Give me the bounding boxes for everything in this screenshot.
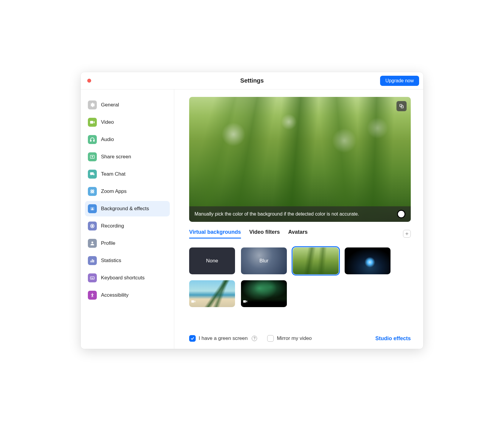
tabs: Virtual backgrounds Video filters Avatar…: [189, 229, 308, 239]
sidebar-item-audio[interactable]: Audio: [85, 132, 170, 147]
green-screen-checkbox[interactable]: [189, 335, 196, 342]
sidebar-item-label: Audio: [101, 137, 114, 143]
tab-avatars[interactable]: Avatars: [288, 229, 307, 239]
svg-rect-0: [90, 140, 91, 142]
gear-icon: [88, 100, 97, 109]
svg-point-11: [91, 242, 93, 243]
sidebar-item-label: Accessibility: [101, 292, 129, 298]
sidebar-item-label: Profile: [101, 240, 115, 246]
accessibility-icon: [88, 291, 97, 300]
svg-point-3: [91, 190, 92, 191]
sidebar-item-label: Background & effects: [101, 206, 149, 212]
help-icon[interactable]: ?: [252, 336, 257, 341]
background-grass[interactable]: [293, 247, 339, 274]
video-badge-icon: [191, 299, 196, 305]
apps-icon: [88, 187, 97, 196]
sidebar-item-label: Zoom Apps: [101, 188, 127, 194]
tab-video-filters[interactable]: Video filters: [249, 229, 280, 239]
svg-point-10: [92, 225, 93, 227]
headphones-icon: [88, 135, 97, 144]
background-earth[interactable]: [345, 247, 391, 274]
sidebar-item-recording[interactable]: Recording: [85, 218, 170, 234]
tab-virtual-backgrounds[interactable]: Virtual backgrounds: [189, 229, 241, 239]
green-screen-option[interactable]: I have a green screen ?: [189, 335, 257, 342]
content: General Video Audio Share screen: [81, 89, 423, 349]
color-picker-button[interactable]: [397, 210, 405, 218]
window-title: Settings: [240, 77, 264, 84]
sidebar-item-accessibility[interactable]: Accessibility: [85, 287, 170, 303]
aurora-trees: [241, 301, 287, 307]
chat-icon: [88, 170, 97, 179]
background-beach[interactable]: [189, 280, 235, 307]
background-aurora[interactable]: [241, 280, 287, 307]
rotate-camera-button[interactable]: [396, 101, 407, 111]
svg-rect-13: [92, 259, 93, 263]
footer-options: I have a green screen ? Mirror my video: [189, 335, 312, 342]
sidebar-item-profile[interactable]: Profile: [85, 236, 170, 251]
mirror-video-label: Mirror my video: [277, 335, 312, 341]
sidebar-item-team-chat[interactable]: Team Chat: [85, 166, 170, 182]
svg-rect-12: [91, 261, 91, 262]
sidebar-item-label: General: [101, 102, 119, 108]
profile-icon: [88, 239, 97, 248]
sidebar-item-label: Keyboard shortcuts: [101, 275, 144, 281]
preview-caption-text: Manually pick the color of the backgroun…: [195, 210, 359, 217]
green-screen-label: I have a green screen: [199, 335, 248, 341]
keyboard-icon: [88, 273, 97, 282]
titlebar: Settings Upgrade now: [81, 72, 423, 89]
svg-rect-14: [93, 260, 94, 262]
mirror-video-option[interactable]: Mirror my video: [267, 335, 312, 342]
svg-rect-1: [94, 140, 94, 142]
video-badge-icon: [243, 299, 248, 305]
sidebar-item-keyboard-shortcuts[interactable]: Keyboard shortcuts: [85, 270, 170, 286]
preview-background: [189, 97, 411, 222]
studio-effects-link[interactable]: Studio effects: [375, 335, 411, 342]
video-preview: Manually pick the color of the backgroun…: [189, 97, 411, 222]
share-screen-icon: [88, 152, 97, 161]
background-none[interactable]: None: [189, 247, 235, 274]
svg-point-4: [93, 190, 94, 191]
sidebar-item-background-effects[interactable]: Background & effects: [85, 201, 170, 216]
sidebar-item-label: Video: [101, 119, 114, 125]
close-window-button[interactable]: [87, 79, 91, 83]
svg-point-8: [92, 208, 93, 209]
sidebar-item-video[interactable]: Video: [85, 114, 170, 130]
record-icon: [88, 222, 97, 230]
svg-point-6: [93, 192, 94, 193]
svg-point-16: [92, 293, 93, 294]
background-thumbnails: None Blur: [189, 247, 411, 307]
sidebar-item-general[interactable]: General: [85, 97, 170, 113]
tabs-row: Virtual backgrounds Video filters Avatar…: [189, 229, 411, 239]
mirror-video-checkbox[interactable]: [267, 335, 274, 342]
sidebar-item-statistics[interactable]: Statistics: [85, 253, 170, 268]
sidebar-item-label: Statistics: [101, 258, 121, 264]
sidebar-item-label: Recording: [101, 223, 124, 229]
sidebar-item-label: Share screen: [101, 154, 131, 160]
settings-window: Settings Upgrade now General Video: [81, 72, 423, 349]
background-effects-icon: [88, 204, 97, 213]
footer: I have a green screen ? Mirror my video …: [189, 328, 411, 342]
sidebar-item-label: Team Chat: [101, 171, 125, 177]
sidebar-item-share-screen[interactable]: Share screen: [85, 149, 170, 165]
preview-caption-bar: Manually pick the color of the backgroun…: [189, 206, 411, 222]
upgrade-button[interactable]: Upgrade now: [380, 76, 419, 86]
thumb-label: None: [206, 258, 218, 264]
statistics-icon: [88, 256, 97, 265]
main-panel: Manually pick the color of the backgroun…: [174, 89, 423, 349]
sidebar: General Video Audio Share screen: [81, 89, 174, 349]
sidebar-item-zoom-apps[interactable]: Zoom Apps: [85, 184, 170, 199]
thumb-label: Blur: [259, 258, 268, 264]
svg-rect-15: [90, 277, 94, 279]
background-blur[interactable]: Blur: [241, 247, 287, 274]
add-background-button[interactable]: [403, 230, 411, 238]
video-icon: [88, 118, 97, 127]
svg-point-5: [91, 192, 92, 193]
